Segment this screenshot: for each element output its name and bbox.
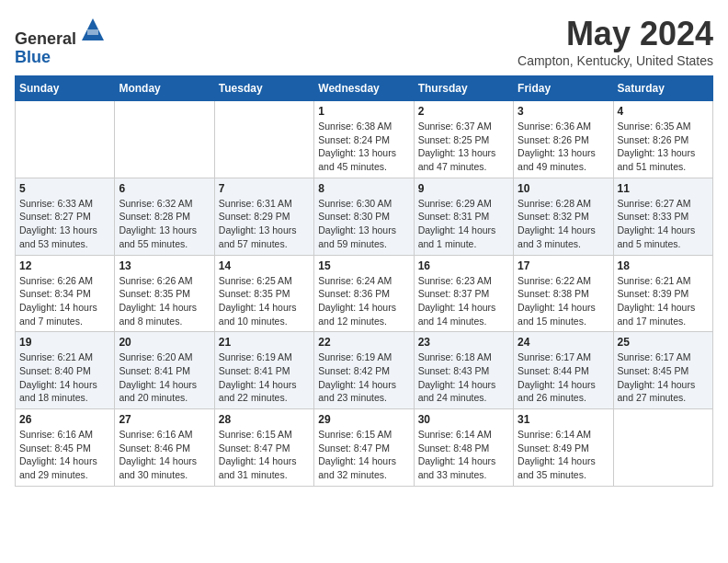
day-number: 25 — [618, 336, 709, 349]
weekday-header-wednesday: Wednesday — [314, 76, 414, 101]
day-info: Sunrise: 6:17 AM Sunset: 8:45 PM Dayligh… — [618, 350, 709, 405]
week-row-2: 5Sunrise: 6:33 AM Sunset: 8:27 PM Daylig… — [16, 178, 713, 255]
calendar-cell: 3Sunrise: 6:36 AM Sunset: 8:26 PM Daylig… — [514, 101, 613, 178]
day-info: Sunrise: 6:20 AM Sunset: 8:41 PM Dayligh… — [119, 350, 210, 405]
day-info: Sunrise: 6:33 AM Sunset: 8:27 PM Dayligh… — [19, 197, 110, 251]
calendar-cell: 28Sunrise: 6:15 AM Sunset: 8:47 PM Dayli… — [214, 409, 313, 487]
calendar-cell — [613, 409, 712, 487]
day-info: Sunrise: 6:29 AM Sunset: 8:31 PM Dayligh… — [418, 197, 509, 251]
day-number: 27 — [119, 413, 210, 426]
title-block: May 2024 Campton, Kentucky, United State… — [518, 15, 713, 68]
calendar-cell: 29Sunrise: 6:15 AM Sunset: 8:47 PM Dayli… — [314, 409, 414, 487]
day-info: Sunrise: 6:16 AM Sunset: 8:46 PM Dayligh… — [119, 428, 210, 482]
logo-blue: Blue — [15, 48, 51, 66]
weekday-header-saturday: Saturday — [613, 76, 712, 101]
page-header: General Blue May 2024 Campton, Kentucky,… — [15, 15, 713, 68]
day-info: Sunrise: 6:14 AM Sunset: 8:48 PM Dayligh… — [418, 428, 509, 482]
calendar-cell: 22Sunrise: 6:19 AM Sunset: 8:42 PM Dayli… — [314, 332, 414, 409]
calendar-cell: 31Sunrise: 6:14 AM Sunset: 8:49 PM Dayli… — [514, 409, 613, 487]
day-info: Sunrise: 6:23 AM Sunset: 8:37 PM Dayligh… — [418, 274, 509, 328]
day-number: 18 — [618, 259, 709, 272]
weekday-header-monday: Monday — [115, 76, 214, 101]
calendar-cell: 26Sunrise: 6:16 AM Sunset: 8:45 PM Dayli… — [16, 409, 115, 487]
calendar-cell: 8Sunrise: 6:30 AM Sunset: 8:30 PM Daylig… — [314, 178, 414, 255]
day-info: Sunrise: 6:14 AM Sunset: 8:49 PM Dayligh… — [518, 428, 609, 482]
calendar-cell: 13Sunrise: 6:26 AM Sunset: 8:35 PM Dayli… — [115, 255, 214, 332]
calendar-cell — [16, 101, 115, 178]
day-info: Sunrise: 6:19 AM Sunset: 8:42 PM Dayligh… — [318, 350, 409, 405]
day-info: Sunrise: 6:26 AM Sunset: 8:35 PM Dayligh… — [119, 274, 210, 328]
day-number: 19 — [19, 336, 110, 349]
day-number: 3 — [518, 105, 609, 118]
calendar-cell: 12Sunrise: 6:26 AM Sunset: 8:34 PM Dayli… — [16, 255, 115, 332]
day-info: Sunrise: 6:30 AM Sunset: 8:30 PM Dayligh… — [318, 197, 409, 251]
day-number: 12 — [19, 259, 110, 272]
calendar-cell: 4Sunrise: 6:35 AM Sunset: 8:26 PM Daylig… — [613, 101, 712, 178]
day-number: 29 — [318, 413, 409, 426]
calendar-cell: 2Sunrise: 6:37 AM Sunset: 8:25 PM Daylig… — [414, 101, 513, 178]
day-info: Sunrise: 6:21 AM Sunset: 8:39 PM Dayligh… — [618, 274, 709, 328]
calendar-cell: 17Sunrise: 6:22 AM Sunset: 8:38 PM Dayli… — [514, 255, 613, 332]
day-info: Sunrise: 6:19 AM Sunset: 8:41 PM Dayligh… — [219, 350, 310, 405]
day-info: Sunrise: 6:15 AM Sunset: 8:47 PM Dayligh… — [318, 428, 409, 482]
calendar-cell: 27Sunrise: 6:16 AM Sunset: 8:46 PM Dayli… — [115, 409, 214, 487]
day-number: 23 — [418, 336, 509, 349]
calendar-cell: 10Sunrise: 6:28 AM Sunset: 8:32 PM Dayli… — [514, 178, 613, 255]
day-number: 8 — [318, 182, 409, 195]
day-number: 4 — [618, 105, 709, 118]
day-info: Sunrise: 6:21 AM Sunset: 8:40 PM Dayligh… — [19, 350, 110, 405]
weekday-header-friday: Friday — [514, 76, 613, 101]
calendar-cell: 15Sunrise: 6:24 AM Sunset: 8:36 PM Dayli… — [314, 255, 414, 332]
day-number: 22 — [318, 336, 409, 349]
week-row-1: 1Sunrise: 6:38 AM Sunset: 8:24 PM Daylig… — [16, 101, 713, 178]
week-row-4: 19Sunrise: 6:21 AM Sunset: 8:40 PM Dayli… — [16, 332, 713, 409]
day-number: 21 — [219, 336, 310, 349]
day-number: 31 — [518, 413, 609, 426]
day-info: Sunrise: 6:26 AM Sunset: 8:34 PM Dayligh… — [19, 274, 110, 328]
day-number: 28 — [219, 413, 310, 426]
svg-rect-1 — [87, 29, 98, 35]
logo: General Blue — [15, 15, 108, 67]
weekday-header-thursday: Thursday — [414, 76, 513, 101]
calendar-cell: 24Sunrise: 6:17 AM Sunset: 8:44 PM Dayli… — [514, 332, 613, 409]
day-number: 16 — [418, 259, 509, 272]
day-number: 9 — [418, 182, 509, 195]
calendar-cell: 11Sunrise: 6:27 AM Sunset: 8:33 PM Dayli… — [613, 178, 712, 255]
calendar-cell: 14Sunrise: 6:25 AM Sunset: 8:35 PM Dayli… — [214, 255, 313, 332]
calendar-cell: 9Sunrise: 6:29 AM Sunset: 8:31 PM Daylig… — [414, 178, 513, 255]
day-info: Sunrise: 6:24 AM Sunset: 8:36 PM Dayligh… — [318, 274, 409, 328]
day-number: 11 — [618, 182, 709, 195]
day-info: Sunrise: 6:35 AM Sunset: 8:26 PM Dayligh… — [618, 120, 709, 174]
day-info: Sunrise: 6:16 AM Sunset: 8:45 PM Dayligh… — [19, 428, 110, 482]
day-info: Sunrise: 6:17 AM Sunset: 8:44 PM Dayligh… — [518, 350, 609, 405]
day-info: Sunrise: 6:27 AM Sunset: 8:33 PM Dayligh… — [618, 197, 709, 251]
calendar-table: SundayMondayTuesdayWednesdayThursdayFrid… — [15, 75, 713, 487]
calendar-cell: 18Sunrise: 6:21 AM Sunset: 8:39 PM Dayli… — [613, 255, 712, 332]
calendar-cell: 19Sunrise: 6:21 AM Sunset: 8:40 PM Dayli… — [16, 332, 115, 409]
calendar-cell: 16Sunrise: 6:23 AM Sunset: 8:37 PM Dayli… — [414, 255, 513, 332]
day-info: Sunrise: 6:36 AM Sunset: 8:26 PM Dayligh… — [518, 120, 609, 174]
day-info: Sunrise: 6:22 AM Sunset: 8:38 PM Dayligh… — [518, 274, 609, 328]
weekday-header-tuesday: Tuesday — [214, 76, 313, 101]
day-number: 6 — [119, 182, 210, 195]
day-info: Sunrise: 6:15 AM Sunset: 8:47 PM Dayligh… — [219, 428, 310, 482]
day-number: 26 — [19, 413, 110, 426]
calendar-cell: 30Sunrise: 6:14 AM Sunset: 8:48 PM Dayli… — [414, 409, 513, 487]
day-number: 20 — [119, 336, 210, 349]
weekday-header-sunday: Sunday — [16, 76, 115, 101]
day-number: 17 — [518, 259, 609, 272]
day-number: 5 — [19, 182, 110, 195]
calendar-cell: 23Sunrise: 6:18 AM Sunset: 8:43 PM Dayli… — [414, 332, 513, 409]
calendar-cell — [214, 101, 313, 178]
day-number: 2 — [418, 105, 509, 118]
calendar-cell: 5Sunrise: 6:33 AM Sunset: 8:27 PM Daylig… — [16, 178, 115, 255]
day-number: 1 — [318, 105, 409, 118]
day-info: Sunrise: 6:28 AM Sunset: 8:32 PM Dayligh… — [518, 197, 609, 251]
day-info: Sunrise: 6:31 AM Sunset: 8:29 PM Dayligh… — [219, 197, 310, 251]
calendar-cell: 7Sunrise: 6:31 AM Sunset: 8:29 PM Daylig… — [214, 178, 313, 255]
logo-icon — [78, 15, 108, 44]
calendar-cell: 21Sunrise: 6:19 AM Sunset: 8:41 PM Dayli… — [214, 332, 313, 409]
day-number: 14 — [219, 259, 310, 272]
day-info: Sunrise: 6:32 AM Sunset: 8:28 PM Dayligh… — [119, 197, 210, 251]
logo-general: General — [15, 29, 76, 48]
